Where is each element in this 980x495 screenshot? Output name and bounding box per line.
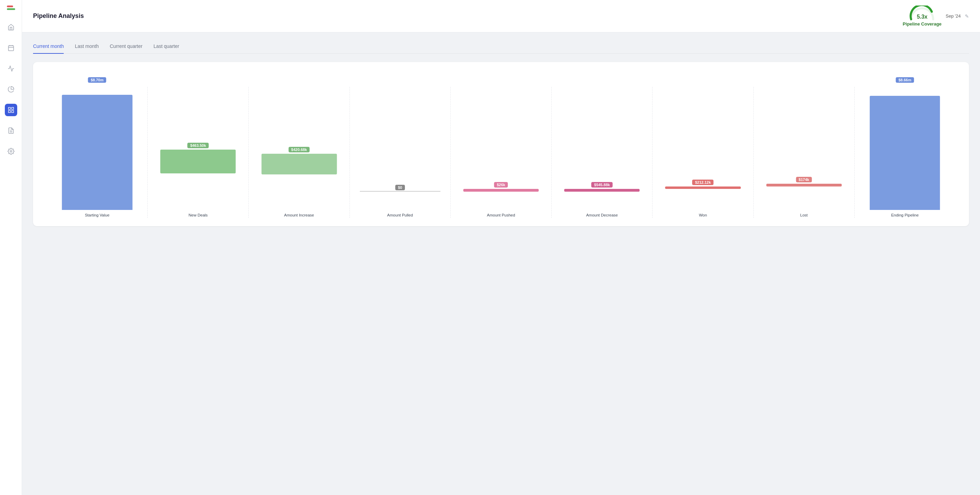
wf-column-5: $545.88kAmount Decrease	[552, 87, 652, 218]
sidebar-item-home[interactable]	[5, 21, 17, 34]
sidebar-item-reports[interactable]	[5, 125, 17, 137]
wf-badge-8: $8.66m	[896, 77, 914, 83]
wf-badge-1: $463.50k	[187, 143, 209, 148]
tab-last-quarter[interactable]: Last quarter	[154, 41, 180, 54]
wf-bar-5	[565, 189, 640, 192]
logo	[7, 5, 15, 10]
sidebar-item-calendar[interactable]	[5, 42, 17, 54]
waterfall-chart-wrapper: $8.70mStarting Value$463.50kNew Deals$42…	[47, 73, 955, 218]
coverage-value: 5.3x	[916, 14, 928, 20]
pipeline-coverage-widget: 5.3x Pipeline Coverage	[903, 5, 942, 27]
wf-xlabel-8: Ending Pipeline	[855, 210, 955, 218]
wf-badge-5: $545.88k	[591, 182, 612, 187]
svg-rect-6	[11, 111, 13, 113]
sep-date-label: Sep '24	[945, 13, 961, 19]
wf-bar-area-2: $420.68k	[249, 87, 349, 210]
wf-bar-0	[62, 95, 132, 210]
wf-bar-8	[870, 96, 940, 210]
tab-current-month[interactable]: Current month	[33, 41, 64, 54]
header-right: 5.3x Pipeline Coverage Sep '24 ✎	[903, 5, 969, 27]
wf-xlabel-2: Amount Increase	[249, 210, 349, 218]
coverage-gauge: 5.3x	[908, 5, 936, 21]
page-title: Pipeline Analysis	[33, 13, 84, 20]
tab-last-month[interactable]: Last month	[75, 41, 99, 54]
coverage-label: Pipeline Coverage	[903, 21, 942, 27]
wf-badge-0: $8.70m	[88, 77, 106, 83]
wf-bar-area-8: $8.66m	[855, 87, 955, 210]
sidebar-item-pie[interactable]	[5, 83, 17, 96]
svg-rect-0	[8, 45, 13, 51]
wf-bar-area-1: $463.50k	[148, 87, 248, 210]
wf-badge-7: $174k	[796, 177, 812, 182]
tabs-bar: Current month Last month Current quarter…	[33, 41, 969, 54]
header: Pipeline Analysis 5.3x Pipeline Coverage…	[22, 0, 980, 32]
wf-badge-4: $26k	[494, 182, 508, 187]
wf-xlabel-4: Amount Pushed	[451, 210, 551, 218]
wf-bar-7	[766, 184, 842, 187]
wf-xlabel-5: Amount Decrease	[552, 210, 652, 218]
sidebar-item-analytics[interactable]	[5, 62, 17, 75]
sidebar	[0, 0, 22, 495]
sidebar-item-settings[interactable]	[5, 145, 17, 158]
wf-bar-area-6: $212.12k	[652, 87, 753, 210]
wf-column-4: $26kAmount Pushed	[451, 87, 552, 218]
wf-column-2: $420.68kAmount Increase	[249, 87, 350, 218]
wf-bar-area-4: $26k	[451, 87, 551, 210]
svg-rect-7	[8, 111, 10, 113]
chart-card: $8.70mStarting Value$463.50kNew Deals$42…	[33, 62, 969, 226]
wf-column-6: $212.12kWon	[652, 87, 753, 218]
wf-bar-2	[261, 154, 337, 175]
svg-point-10	[10, 151, 12, 152]
wf-bar-1	[161, 150, 236, 173]
wf-column-0: $8.70mStarting Value	[47, 87, 148, 218]
tab-current-quarter[interactable]: Current quarter	[110, 41, 143, 54]
wf-bar-area-5: $545.88k	[552, 87, 652, 210]
wf-xlabel-3: Amount Pulled	[350, 210, 450, 218]
wf-column-7: $174kLost	[754, 87, 855, 218]
wf-xlabel-6: Won	[652, 210, 753, 218]
wf-bar-area-3: $0	[350, 87, 450, 210]
wf-xlabel-0: Starting Value	[47, 210, 147, 218]
wf-column-8: $8.66mEnding Pipeline	[855, 87, 955, 218]
wf-badge-3: $0	[395, 185, 405, 190]
content-area: Current month Last month Current quarter…	[22, 32, 980, 495]
wf-bar-area-7: $174k	[754, 87, 854, 210]
waterfall-chart: $8.70mStarting Value$463.50kNew Deals$42…	[47, 73, 955, 218]
wf-bar-6	[665, 187, 741, 189]
wf-xlabel-1: New Deals	[148, 210, 248, 218]
wf-xlabel-7: Lost	[754, 210, 854, 218]
wf-column-3: $0Amount Pulled	[350, 87, 451, 218]
wf-badge-2: $420.68k	[288, 147, 310, 152]
edit-icon[interactable]: ✎	[965, 13, 969, 19]
wf-column-1: $463.50kNew Deals	[148, 87, 249, 218]
wf-bar-4	[463, 189, 539, 192]
main-content: Pipeline Analysis 5.3x Pipeline Coverage…	[22, 0, 980, 495]
wf-bar-area-0: $8.70m	[47, 87, 147, 210]
svg-rect-4	[8, 107, 10, 110]
sidebar-item-pipeline[interactable]	[5, 104, 17, 116]
wf-badge-6: $212.12k	[692, 180, 713, 185]
svg-rect-5	[11, 107, 13, 110]
